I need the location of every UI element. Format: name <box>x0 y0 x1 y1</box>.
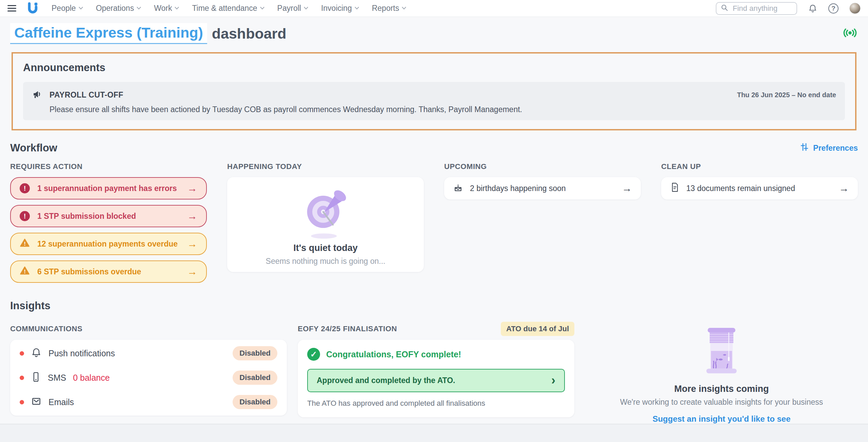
menu-icon[interactable] <box>7 5 16 12</box>
nav-item-payroll[interactable]: Payroll <box>277 4 308 13</box>
status-badge: Disabled <box>233 346 277 360</box>
nav-item-operations[interactable]: Operations <box>96 4 141 13</box>
eofy-header: EOFY 24/25 FINALISATION <box>298 324 397 333</box>
error-icon: ! <box>20 211 30 221</box>
status-dot-icon <box>20 400 24 404</box>
action-card-stp-overdue[interactable]: 6 STP submissions overdue → <box>10 260 207 283</box>
requires-action-column: REQUIRES ACTION ! 1 superannuation payme… <box>10 162 207 288</box>
upcoming-column: UPCOMING 2 birthdays happening soon → <box>444 162 641 288</box>
arrow-right-icon: → <box>187 211 197 221</box>
more-insights-subtitle: We're working to create valuable insight… <box>620 398 823 407</box>
eofy-approved-banner[interactable]: Approved and completed by the ATO. › <box>307 369 565 392</box>
arrow-right-icon: → <box>187 239 197 249</box>
check-circle-icon: ✓ <box>307 348 320 361</box>
main-nav: People Operations Work Time & attendance… <box>52 4 406 13</box>
eofy-card: ✓ Congratulations, EOFY complete! Approv… <box>298 340 574 417</box>
help-icon[interactable]: ? <box>828 3 839 14</box>
warning-triangle-icon <box>20 238 30 250</box>
status-badge: Disabled <box>233 395 277 409</box>
quiet-today-title: It's quiet today <box>293 243 357 253</box>
birthday-cake-icon <box>453 182 463 194</box>
action-card-stp-blocked[interactable]: ! 1 STP submission blocked → <box>10 205 207 227</box>
communications-card: Push notifications Disabled SMS 0 balanc… <box>10 340 287 416</box>
workflow-heading: Workflow <box>10 142 57 154</box>
page-footer <box>0 424 868 442</box>
nav-item-people[interactable]: People <box>52 4 82 13</box>
quiet-today-subtitle: Seems nothing much is going on... <box>266 257 386 266</box>
nav-item-invoicing[interactable]: Invoicing <box>321 4 358 13</box>
notifications-bell-icon[interactable] <box>808 4 817 13</box>
suggest-insight-link[interactable]: Suggest an insight you'd like to see <box>652 414 790 424</box>
sms-balance-warning: 0 balance <box>73 373 110 383</box>
announcements-heading: Announcements <box>23 62 845 74</box>
dartboard-pin-illustration <box>292 183 359 241</box>
chevron-down-icon <box>260 5 264 9</box>
chevron-down-icon <box>137 5 141 9</box>
action-card-super-overdue[interactable]: 12 superannuation payments overdue → <box>10 233 207 255</box>
more-insights-column: More insights coming We're working to cr… <box>585 321 858 424</box>
top-bar: People Operations Work Time & attendance… <box>0 0 868 17</box>
announcement-title: PAYROLL CUT-OFF <box>50 90 123 100</box>
arrow-right-icon: → <box>839 183 849 193</box>
aquarium-illustration <box>698 327 745 378</box>
communications-column: COMMUNICATIONS Push notifications Disabl… <box>10 321 287 424</box>
chevron-right-icon: › <box>551 376 555 385</box>
error-icon: ! <box>20 183 30 193</box>
status-dot-icon <box>20 376 24 380</box>
document-icon <box>670 182 679 194</box>
unsigned-documents-card[interactable]: 13 documents remain unsigned → <box>661 177 858 199</box>
more-insights-title: More insights coming <box>674 384 769 394</box>
arrow-right-icon: → <box>187 267 197 277</box>
search-input[interactable] <box>732 4 792 13</box>
happening-today-card: It's quiet today Seems nothing much is g… <box>227 177 424 272</box>
phone-icon <box>31 372 41 384</box>
user-avatar[interactable] <box>849 3 861 14</box>
announcement-body: Please ensure all shifts have been actio… <box>50 105 836 114</box>
chevron-down-icon <box>79 5 83 9</box>
nav-item-time-attendance[interactable]: Time & attendance <box>192 4 263 13</box>
megaphone-icon <box>32 88 44 102</box>
envelope-icon <box>31 396 42 408</box>
status-dot-icon <box>20 351 24 356</box>
eofy-note: The ATO has approved and completed all f… <box>307 399 565 408</box>
ato-due-badge: ATO due 14 of Jul <box>501 322 574 336</box>
dashboard-main: Caffeine Express (Training) dashboard An… <box>0 17 868 424</box>
requires-action-header: REQUIRES ACTION <box>10 162 207 171</box>
live-status-icon[interactable] <box>842 27 858 40</box>
arrow-right-icon: → <box>622 183 632 193</box>
comms-row-emails[interactable]: Emails Disabled <box>20 390 277 414</box>
global-search <box>716 2 797 15</box>
announcement-item[interactable]: PAYROLL CUT-OFF Thu 26 Jun 2025 – No end… <box>23 82 845 120</box>
comms-row-push[interactable]: Push notifications Disabled <box>20 341 277 365</box>
happening-today-column: HAPPENING TODAY It's quiet today <box>227 162 424 288</box>
announcement-dates: Thu 26 Jun 2025 – No end date <box>737 91 836 99</box>
preferences-link[interactable]: Preferences <box>800 142 858 154</box>
chevron-down-icon <box>175 5 179 9</box>
arrow-right-icon: → <box>187 183 197 193</box>
upcoming-header: UPCOMING <box>444 162 641 171</box>
warning-triangle-icon <box>20 266 30 278</box>
insights-heading: Insights <box>10 300 51 312</box>
company-title-link[interactable]: Caffeine Express (Training) <box>10 23 207 44</box>
upcoming-birthdays-card[interactable]: 2 birthdays happening soon → <box>444 177 641 199</box>
eofy-column: EOFY 24/25 FINALISATION ATO due 14 of Ju… <box>298 321 574 424</box>
nav-item-reports[interactable]: Reports <box>372 4 406 13</box>
chevron-down-icon <box>355 5 359 9</box>
eofy-success-title: Congratulations, EOFY complete! <box>326 350 461 359</box>
nav-item-work[interactable]: Work <box>154 4 178 13</box>
chevron-down-icon <box>304 5 308 9</box>
action-card-super-errors[interactable]: ! 1 superannuation payment has errors → <box>10 177 207 199</box>
search-icon <box>721 4 729 13</box>
communications-header: COMMUNICATIONS <box>10 324 82 333</box>
chevron-down-icon <box>402 5 406 9</box>
status-badge: Disabled <box>233 371 277 385</box>
bell-icon <box>31 347 42 359</box>
announcements-section: Announcements PAYROLL CUT-OFF Thu 26 Jun… <box>12 52 856 130</box>
clean-up-column: CLEAN UP 13 documents remain unsigned → <box>661 162 858 288</box>
app-logo-icon[interactable] <box>25 1 39 16</box>
clean-up-header: CLEAN UP <box>661 162 858 171</box>
comms-row-sms[interactable]: SMS 0 balance Disabled <box>20 365 277 390</box>
sliders-icon <box>800 142 809 154</box>
page-title: dashboard <box>212 25 287 42</box>
happening-today-header: HAPPENING TODAY <box>227 162 424 171</box>
